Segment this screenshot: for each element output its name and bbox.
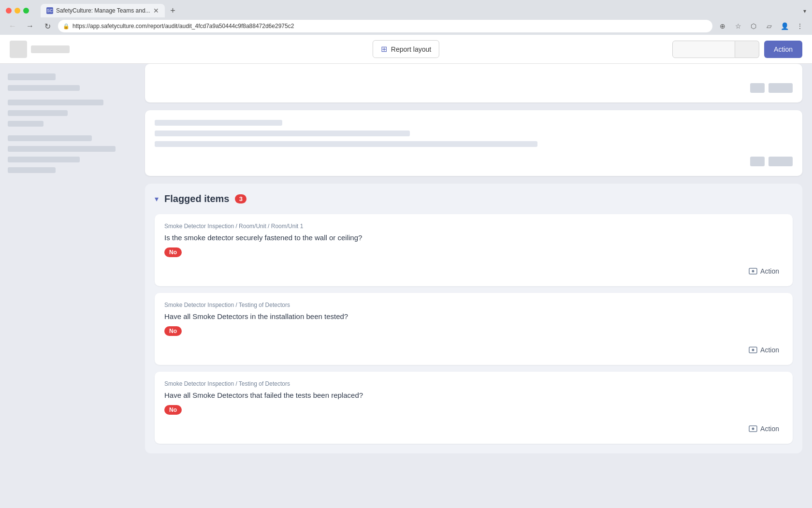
flagged-item-3-answer: No — [164, 405, 182, 415]
menu-icon[interactable]: ⋮ — [794, 20, 806, 32]
header-search-input[interactable] — [672, 41, 735, 58]
forward-button[interactable]: → — [23, 19, 37, 33]
flagged-item-2-question: Have all Smoke Detectors in the installa… — [164, 312, 783, 320]
url-text: https://app.safetyculture.com/report/aud… — [72, 23, 294, 29]
flagged-item-3-footer: Action — [164, 422, 783, 435]
svg-point-5 — [752, 428, 754, 430]
flagged-item-2-answer: No — [164, 326, 182, 336]
flagged-item-2-footer: Action — [164, 344, 783, 356]
header-search-button[interactable] — [735, 41, 759, 58]
refresh-button[interactable]: ↻ — [41, 19, 54, 33]
flagged-items-title: Flagged items — [164, 193, 229, 204]
profile-icon[interactable]: 👤 — [778, 20, 791, 32]
bookmark-icon[interactable]: ☆ — [732, 20, 744, 32]
placeholder-card-2 — [145, 110, 802, 176]
flagged-item-3: Smoke Detector Inspection / Testing of D… — [155, 372, 793, 444]
address-bar[interactable]: 🔒 https://app.safetyculture.com/report/a… — [58, 20, 712, 32]
tab-title: SafetyCulture: Manage Teams and... — [56, 7, 150, 14]
card2-line-2 — [155, 131, 410, 136]
sidebar — [0, 64, 135, 508]
window-maximize-button[interactable] — [23, 8, 29, 14]
zoom-icon[interactable]: ⊕ — [716, 20, 729, 32]
flagged-item-2-path: Smoke Detector Inspection / Testing of D… — [164, 302, 783, 308]
flagged-item-1-path: Smoke Detector Inspection / Room/Unit / … — [164, 223, 783, 230]
browser-chrome: SC SafetyCulture: Manage Teams and... ✕ … — [0, 0, 812, 35]
page-body: ▾ Flagged items 3 Smoke Detector Inspect… — [0, 64, 812, 508]
logo-text — [31, 45, 70, 53]
browser-tab-active[interactable]: SC SafetyCulture: Manage Teams and... ✕ — [41, 4, 165, 17]
window-close-button[interactable] — [6, 8, 12, 14]
flagged-item-1-action-label: Action — [760, 267, 779, 275]
window-minimize-button[interactable] — [14, 8, 20, 14]
logo-icon — [10, 41, 27, 58]
lock-icon: 🔒 — [63, 23, 70, 29]
sidebar-line-4 — [8, 110, 68, 116]
back-button[interactable]: ← — [6, 19, 19, 33]
card2-footer-btn — [750, 157, 765, 166]
sidebar-line-5 — [8, 121, 44, 127]
flagged-item-2: Smoke Detector Inspection / Testing of D… — [155, 293, 793, 365]
tab-close-icon[interactable]: ✕ — [153, 7, 159, 14]
flagged-item-3-action-label: Action — [760, 425, 779, 433]
split-view-icon[interactable]: ▱ — [763, 20, 775, 32]
main-content: ▾ Flagged items 3 Smoke Detector Inspect… — [135, 64, 812, 508]
card2-line-3 — [155, 141, 537, 147]
header-center: ⊞ Report layout — [373, 40, 439, 58]
sidebar-line-3 — [8, 100, 103, 105]
action-icon — [749, 346, 757, 354]
flagged-items-section: ▾ Flagged items 3 Smoke Detector Inspect… — [145, 184, 802, 453]
chevron-down-icon[interactable]: ▾ — [803, 8, 806, 15]
flagged-item-1-footer: Action — [164, 265, 783, 277]
tab-favicon-icon: SC — [46, 7, 53, 14]
card1-footer-text — [768, 83, 793, 93]
report-layout-button[interactable]: ⊞ Report layout — [373, 40, 439, 58]
sidebar-line-7 — [8, 146, 116, 152]
action-icon — [749, 267, 757, 276]
flagged-item-2-action-button[interactable]: Action — [745, 344, 783, 356]
flagged-header: ▾ Flagged items 3 — [155, 193, 793, 204]
header-input-group — [672, 41, 759, 58]
flagged-item-3-action-button[interactable]: Action — [745, 422, 783, 435]
report-layout-label: Report layout — [391, 45, 431, 53]
header-primary-action-button[interactable]: Action — [764, 41, 802, 58]
collapse-icon[interactable]: ▾ — [155, 194, 159, 203]
extensions-icon[interactable]: ⬡ — [747, 20, 760, 32]
placeholder-card-1 — [145, 64, 802, 102]
card2-line-1 — [155, 120, 282, 126]
flagged-item-2-action-label: Action — [760, 346, 779, 354]
flagged-item-1-answer: No — [164, 247, 182, 257]
sidebar-line-9 — [8, 167, 56, 173]
card2-footer-text — [768, 157, 793, 166]
header-right: Action — [672, 41, 802, 58]
new-tab-button[interactable]: + — [167, 4, 179, 17]
sidebar-line-8 — [8, 157, 80, 162]
sidebar-line-6 — [8, 135, 92, 141]
card1-footer-btn — [750, 83, 765, 93]
logo-area — [10, 41, 70, 58]
layout-icon: ⊞ — [381, 44, 387, 54]
flagged-count-badge: 3 — [235, 194, 246, 203]
flagged-item-1-action-button[interactable]: Action — [745, 265, 783, 277]
svg-point-3 — [752, 349, 754, 351]
app-header: ⊞ Report layout Action — [0, 35, 812, 64]
flagged-item-3-question: Have all Smoke Detectors that failed the… — [164, 391, 783, 399]
flagged-item-3-path: Smoke Detector Inspection / Testing of D… — [164, 380, 783, 387]
sidebar-line-1 — [8, 73, 56, 80]
flagged-item-1-question: Is the smoke detector securely fastened … — [164, 233, 783, 242]
action-icon — [749, 424, 757, 433]
flagged-item-1: Smoke Detector Inspection / Room/Unit / … — [155, 214, 793, 286]
svg-point-1 — [752, 270, 754, 273]
sidebar-line-2 — [8, 85, 80, 91]
